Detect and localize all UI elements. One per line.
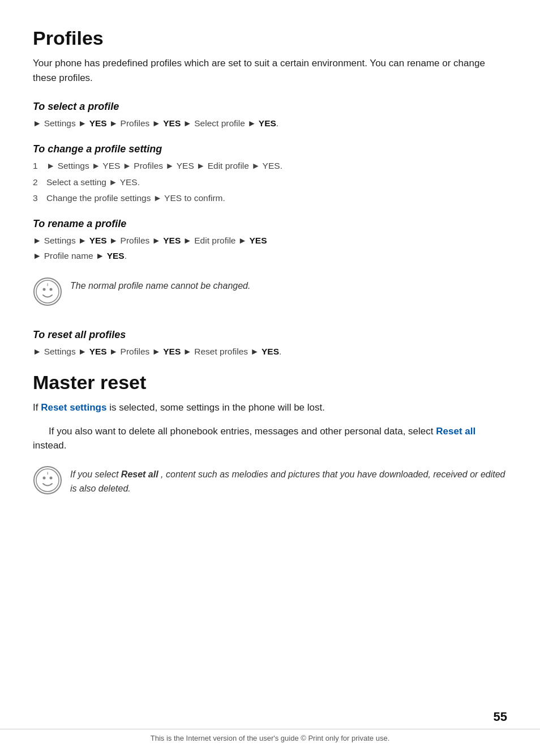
rename2-yes: YES — [107, 251, 125, 260]
para2-pre: If you also want to delete all phonebook… — [49, 426, 434, 437]
rename-arrow4: ► — [152, 236, 161, 245]
step1-arrow5: ► — [196, 161, 205, 170]
step1-arrow6: ► — [251, 161, 260, 170]
note2-text: If you select Reset all , content such a… — [70, 464, 507, 496]
to-change-step2: 2 Select a setting ► YES. — [33, 175, 507, 190]
reset-arrow2: ► — [78, 347, 87, 356]
step3-yes: YES — [164, 193, 182, 203]
rename-arrow3: ► — [109, 236, 118, 245]
step1-arrow4: ► — [165, 161, 174, 170]
master-reset-para1: If Reset settings is selected, some sett… — [33, 400, 507, 415]
step3-arrow: ► — [153, 193, 162, 203]
reset-resetprofiles: Reset profiles — [194, 347, 250, 356]
page-number: 55 — [0, 710, 540, 724]
master-reset-title: Master reset — [33, 371, 507, 394]
note2-box: i If you select Reset all , content such… — [33, 464, 507, 496]
to-reset-path: ► Settings ► YES ► Profiles ► YES ► Rese… — [33, 344, 507, 359]
step1-content: ► Settings ► YES ► Profiles ► YES ► Edit… — [46, 159, 507, 173]
step1-yes2: YES — [177, 161, 196, 170]
rename-editprofile: Edit profile — [194, 236, 238, 245]
rename-arrow6: ► — [238, 236, 247, 245]
rename-settings: Settings — [44, 236, 78, 245]
profiles-intro: Your phone has predefined profiles which… — [33, 56, 507, 85]
svg-point-3 — [50, 288, 53, 291]
reset-profiles: Profiles — [121, 347, 152, 356]
master-reset-para2: If you also want to delete all phonebook… — [33, 424, 507, 453]
to-rename-subsection: To rename a profile ► Settings ► YES ► P… — [33, 218, 507, 263]
rename-profiles: Profiles — [121, 236, 152, 245]
page-container: Profiles Your phone has predefined profi… — [0, 0, 540, 756]
reset-settings: Settings — [44, 347, 78, 356]
step3-confirm: to confirm. — [184, 193, 225, 203]
to-select-selectprofile: Select profile — [194, 118, 247, 128]
note1-text: The normal profile name cannot be change… — [70, 276, 250, 293]
note1-box: i The normal profile name cannot be chan… — [33, 276, 507, 306]
svg-point-7 — [43, 476, 46, 479]
svg-point-2 — [43, 288, 46, 291]
to-select-arrow5: ► — [183, 118, 192, 128]
to-select-yes1: YES — [89, 118, 109, 128]
to-change-step1: 1 ► Settings ► YES ► Profiles ► YES ► Ed… — [33, 159, 507, 173]
step2-yes: YES — [120, 177, 138, 187]
profiles-title: Profiles — [33, 27, 507, 49]
reset-arrow3: ► — [109, 347, 118, 356]
to-select-yes3: YES — [259, 118, 276, 128]
to-select-arrow1: ► — [33, 118, 41, 128]
para2-post: instead. — [33, 440, 67, 451]
to-reset-title: To reset all profiles — [33, 329, 507, 341]
reset-arrow4: ► — [152, 347, 161, 356]
step1-settings: Settings — [58, 161, 92, 170]
step1-editprofile: Edit profile — [208, 161, 252, 170]
to-select-arrow4: ► — [152, 118, 161, 128]
note1-icon: i — [33, 277, 62, 306]
to-rename-path1: ► Settings ► YES ► Profiles ► YES ► Edit… — [33, 233, 507, 248]
step1-arrow2: ► — [92, 161, 100, 170]
para1-pre: If — [33, 402, 38, 413]
step1-yes1: YES — [102, 161, 122, 170]
to-rename-path2: ► Profile name ► YES. — [33, 249, 507, 263]
to-select-arrow3: ► — [109, 118, 118, 128]
reset-arrow6: ► — [250, 347, 259, 356]
note2-highlight: Reset all — [121, 469, 158, 479]
footer-note: This is the Internet version of the user… — [0, 729, 540, 742]
spacer1 — [33, 318, 507, 329]
svg-point-8 — [50, 476, 53, 479]
to-select-arrow2: ► — [78, 118, 87, 128]
to-change-subsection: To change a profile setting 1 ► Settings… — [33, 143, 507, 206]
step1-arrow1: ► — [46, 161, 55, 170]
step2-arrow: ► — [109, 177, 117, 187]
to-select-settings: Settings — [44, 118, 78, 128]
rename2-profilename: Profile name — [44, 251, 96, 260]
to-select-title: To select a profile — [33, 101, 507, 113]
to-select-path: ► Settings ► YES ► Profiles ► YES ► Sele… — [33, 116, 507, 131]
reset-yes3: YES — [262, 347, 279, 356]
to-change-title: To change a profile setting — [33, 143, 507, 155]
reset-yes2: YES — [163, 347, 183, 356]
rename-arrow1: ► — [33, 236, 41, 245]
para1-highlight: Reset settings — [41, 402, 106, 413]
step1-yes3: YES — [263, 161, 280, 170]
to-change-list: 1 ► Settings ► YES ► Profiles ► YES ► Ed… — [33, 159, 507, 206]
reset-arrow5: ► — [183, 347, 192, 356]
to-select-profiles: Profiles — [121, 118, 152, 128]
svg-text:i: i — [47, 282, 48, 287]
rename2-arrow1: ► — [33, 251, 41, 260]
rename-arrow2: ► — [78, 236, 87, 245]
page-footer: 55 This is the Internet version of the u… — [0, 710, 540, 742]
step2-num: 2 — [33, 175, 46, 190]
rename-yes2: YES — [163, 236, 183, 245]
reset-yes1: YES — [89, 347, 109, 356]
para2-highlight: Reset all — [436, 426, 475, 437]
to-select-yes2: YES — [163, 118, 183, 128]
to-select-arrow6: ► — [247, 118, 256, 128]
to-reset-subsection: To reset all profiles ► Settings ► YES ►… — [33, 329, 507, 359]
note2-pre: If you select — [70, 469, 118, 479]
rename-arrow5: ► — [183, 236, 192, 245]
svg-text:i: i — [47, 471, 48, 476]
to-change-step3: 3 Change the profile settings ► YES to c… — [33, 191, 507, 206]
step1-profiles: Profiles — [134, 161, 165, 170]
to-rename-title: To rename a profile — [33, 218, 507, 230]
para1-post: is selected, some settings in the phone … — [109, 402, 325, 413]
step2-text: Select a setting — [46, 177, 109, 187]
step3-text: Change the profile settings — [46, 193, 153, 203]
